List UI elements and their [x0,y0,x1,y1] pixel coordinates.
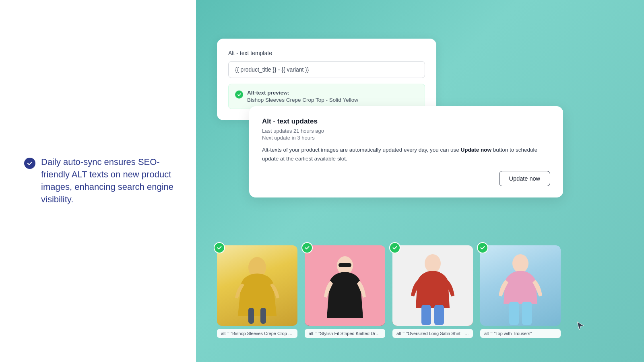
cursor-icon [576,321,584,331]
product-alt-tag-3: alt = "Oversized Long Satin Shirt - Oran… [392,329,473,338]
product-row: alt = "Bishop Sleeves Crepe Crop Top - S… [217,245,561,338]
last-update-text: Last updates 21 hours ago [262,128,550,134]
updates-desc-bold: Update now [461,147,492,153]
feature-check-icon [24,158,35,169]
update-now-button[interactable]: Update now [499,171,550,186]
product-badge-3 [389,242,400,253]
product-alt-tag-1: alt = "Bishop Sleeves Crepe Crop Top - S… [217,329,297,338]
svg-rect-8 [421,305,431,325]
preview-check-icon [235,90,243,99]
right-panel: Alt - text template Alt-text preview: Bi… [196,0,644,362]
updates-card: Alt - text updates Last updates 21 hours… [249,106,563,197]
alt-text-preview-box: Alt-text preview: Bishop Sleeves Crepe C… [228,84,425,109]
feature-text: Daily auto-sync ensures SEO-friendly ALT… [41,156,180,206]
product-alt-tag-2: alt = "Stylish Fit Striped Knitted Dress… [305,329,385,338]
product-image-2 [305,245,385,326]
template-input[interactable] [228,61,425,78]
product-card-4: alt = "Top with Trousers" [480,245,561,338]
template-card-label: Alt - text template [228,50,425,56]
product-card-2: alt = "Stylish Fit Striped Knitted Dress… [305,245,385,338]
updates-title: Alt - text updates [262,117,550,125]
next-update-text: Next update in 3 hours [262,135,550,141]
svg-rect-11 [509,302,519,325]
product-image-1 [217,245,297,326]
left-panel: Daily auto-sync ensures SEO-friendly ALT… [0,0,196,362]
product-badge-2 [301,242,313,253]
product-image-4 [480,245,561,326]
product-badge-1 [214,242,225,253]
svg-rect-1 [248,308,254,324]
product-alt-tag-4: alt = "Top with Trousers" [480,329,561,338]
preview-title: Alt-text preview: [247,90,358,96]
svg-rect-12 [522,302,532,325]
feature-highlight: Daily auto-sync ensures SEO-friendly ALT… [24,156,180,206]
product-card-1: alt = "Bishop Sleeves Crepe Crop Top - S… [217,245,297,338]
product-card-3: alt = "Oversized Long Satin Shirt - Oran… [392,245,473,338]
updates-description: Alt-texts of your product images are aut… [262,146,550,163]
svg-rect-9 [434,305,444,325]
product-badge-4 [477,242,488,253]
svg-point-7 [425,254,441,273]
preview-value: Bishop Sleeves Crepe Crop Top - Solid Ye… [247,97,358,103]
svg-point-10 [512,254,528,273]
svg-rect-2 [260,308,266,324]
svg-rect-5 [339,263,351,267]
product-image-3 [392,245,473,326]
preview-content: Alt-text preview: Bishop Sleeves Crepe C… [247,90,358,103]
updates-desc-before: Alt-texts of your product images are aut… [262,147,461,153]
